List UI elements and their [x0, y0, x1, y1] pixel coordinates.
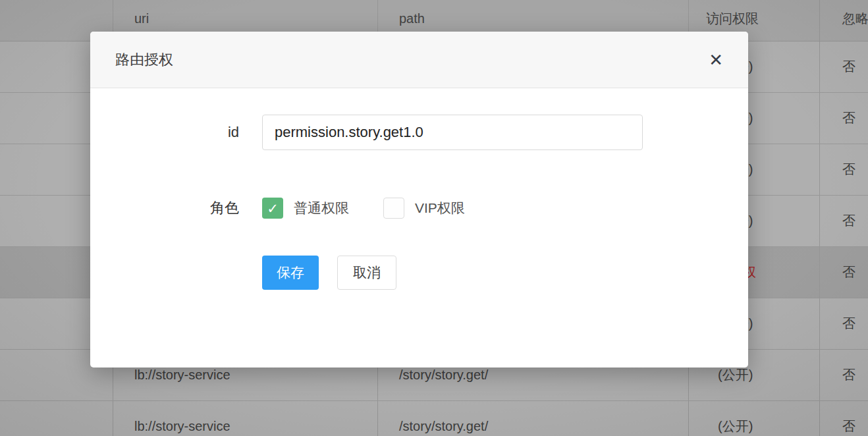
role-label: 角色 — [90, 198, 239, 218]
checkbox-vip-permission-label[interactable]: VIP权限 — [415, 199, 465, 217]
close-icon[interactable]: ✕ — [709, 51, 723, 68]
route-auth-modal: 路由授权 ✕ id 角色 ✓ 普通权限 VIP权限 保存 取消 — [90, 32, 748, 368]
cancel-button[interactable]: 取消 — [337, 256, 396, 290]
modal-title: 路由授权 — [115, 50, 173, 70]
check-icon: ✓ — [267, 202, 279, 215]
id-label: id — [90, 124, 239, 141]
modal-header: 路由授权 ✕ — [90, 32, 748, 88]
modal-actions-row: 保存 取消 — [90, 256, 748, 290]
id-field-row: id — [90, 115, 748, 150]
checkbox-normal-permission-label[interactable]: 普通权限 — [294, 199, 349, 217]
page-root: uri path 访问权限 忽略 lb://story-service /sto… — [0, 0, 868, 436]
save-button[interactable]: 保存 — [262, 256, 319, 290]
checkbox-normal-permission[interactable]: ✓ — [262, 198, 283, 219]
role-field-row: 角色 ✓ 普通权限 VIP权限 — [90, 198, 748, 219]
id-input[interactable] — [262, 115, 643, 150]
checkbox-vip-permission[interactable] — [383, 198, 404, 219]
